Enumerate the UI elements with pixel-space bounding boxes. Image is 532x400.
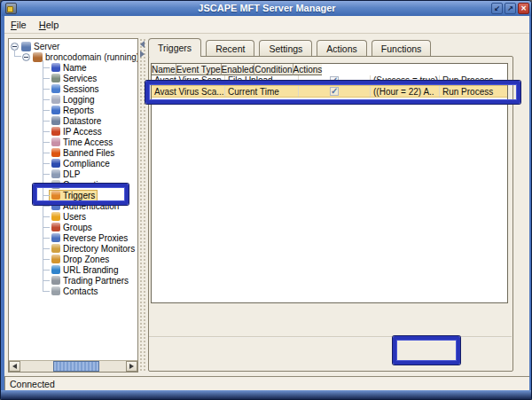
drop-zones-icon [51, 255, 60, 263]
tree-item[interactable]: URL Branding [9, 264, 137, 275]
tree-item[interactable]: Contacts [9, 286, 137, 296]
time-access-icon [51, 137, 60, 146]
tree-item[interactable]: Services [9, 73, 137, 83]
tree-item[interactable]: Sessions [9, 83, 137, 94]
cell-name: Avast Virus Scan [152, 75, 225, 85]
title-bar[interactable]: JSCAPE MFT Server Manager ↙↗✕ [2, 1, 532, 16]
tree-item[interactable]: Connections [9, 179, 137, 190]
tab[interactable]: Actions [317, 40, 366, 57]
directory-monitors-icon [51, 244, 60, 253]
tree-item[interactable]: IP Access [9, 126, 137, 137]
contacts-icon [51, 286, 60, 295]
tree-item[interactable]: Reverse Proxies [9, 232, 137, 243]
tree-item[interactable]: Banned Files [9, 147, 137, 158]
cell-event-type: Current Time [225, 86, 299, 97]
enabled-checkbox[interactable] [330, 87, 339, 96]
minimize-icon[interactable]: ↙ [491, 3, 503, 14]
tree-item[interactable]: Datastore [9, 115, 137, 126]
banned-files-icon [51, 148, 60, 157]
cell-name: Avast Virus Sca... [152, 86, 225, 97]
tree-item[interactable]: Reports [9, 105, 137, 115]
close-icon[interactable]: ✕ [518, 3, 529, 14]
tree-item[interactable]: Groups [9, 222, 137, 232]
column-header[interactable]: Name [152, 64, 176, 75]
tree-item[interactable]: Users [9, 211, 137, 222]
triggers-table: NameEvent TypeEnabledConditionActions Av… [151, 63, 508, 303]
tree-item[interactable]: Directory Monitors [9, 243, 137, 254]
cell-actions: Run Process [440, 86, 507, 97]
dlp-icon [51, 169, 60, 178]
cell-condition: ((Hour = 22) A.. [371, 86, 440, 97]
splitter-divider[interactable] [139, 38, 147, 373]
cell-event-type: File Upload [225, 75, 299, 85]
tree-item[interactable]: Drop Zones [9, 254, 137, 264]
cell-enabled [299, 86, 371, 97]
url-branding-icon [51, 265, 60, 274]
app-window: JSCAPE MFT Server Manager ↙↗✕ FileHelp S… [0, 0, 532, 400]
tree-connector-line [15, 56, 21, 57]
cell-condition: (Success = true) [371, 75, 440, 85]
window-title: JSCAPE MFT Server Manager [2, 3, 532, 13]
users-icon [51, 212, 60, 221]
collapse-handle-icon[interactable] [22, 53, 30, 61]
tree-item[interactable]: Triggers [9, 190, 137, 200]
server-tree-panel: Server broncodomain (running) NameServic… [8, 38, 138, 373]
server-icon [21, 42, 31, 51]
window-body: FileHelp Server broncodomain (running) N… [4, 16, 529, 392]
compliance-icon [51, 159, 60, 168]
table-row[interactable]: Avast Virus Scan File Upload (Success = … [152, 75, 507, 85]
column-header[interactable]: Condition [254, 64, 293, 75]
services-icon [51, 74, 60, 82]
tab[interactable]: Triggers [148, 38, 201, 57]
tree-item[interactable]: Trading Partners [9, 275, 137, 286]
table-row[interactable]: Avast Virus Sca... Current Time ((Hour =… [152, 85, 507, 98]
tab[interactable]: Functions [372, 40, 432, 57]
name-icon [51, 63, 60, 72]
sessions-icon [51, 84, 60, 93]
cell-enabled [299, 75, 371, 85]
menu-item[interactable]: File [11, 20, 27, 30]
scroll-left-icon[interactable] [9, 361, 20, 372]
status-text: Connected [10, 379, 55, 389]
tree-item[interactable]: Time Access [9, 137, 137, 147]
scroll-right-icon[interactable] [126, 361, 137, 372]
tree-node-server[interactable]: Server [11, 41, 59, 51]
reports-icon [51, 106, 60, 114]
table-header-row: NameEvent TypeEnabledConditionActions [152, 64, 507, 75]
scrollbar-thumb[interactable] [53, 361, 99, 372]
reverse-proxies-icon [51, 233, 60, 242]
enabled-checkbox[interactable] [330, 76, 339, 85]
tab[interactable]: Recent [206, 40, 254, 57]
tree-item[interactable]: Name [9, 62, 137, 73]
ip-access-icon [51, 127, 60, 136]
button-separator [149, 336, 512, 338]
tab[interactable]: Settings [259, 40, 312, 57]
tab-strip: TriggersRecentSettingsActionsFunctions [148, 38, 431, 57]
logging-icon [51, 95, 60, 104]
column-header[interactable]: Actions [293, 64, 323, 75]
splitter-collapse-right-icon[interactable] [140, 51, 145, 58]
connections-icon [51, 180, 60, 189]
tree-item[interactable]: DLP [9, 169, 137, 179]
tree-node-label: broncodomain (running) [45, 52, 138, 62]
column-header[interactable]: Enabled [222, 64, 255, 75]
window-controls: ↙↗✕ [491, 3, 529, 14]
menu-item[interactable]: Help [39, 20, 59, 30]
authentication-icon [51, 201, 60, 210]
column-header[interactable]: Event Type [176, 64, 222, 75]
tree-item[interactable]: Compliance [9, 158, 137, 169]
tree-item[interactable]: Authentication [9, 200, 137, 211]
cell-actions: Run Process [440, 75, 507, 85]
table-body: Avast Virus Scan File Upload (Success = … [152, 75, 507, 98]
maximize-icon[interactable]: ↗ [505, 3, 516, 14]
splitter-collapse-left-icon[interactable] [140, 41, 145, 48]
tree-node-domain[interactable]: broncodomain (running) [22, 51, 138, 62]
tree-item-list: NameServicesSessionsLoggingReportsDatast… [9, 62, 137, 296]
datastore-icon [51, 116, 60, 125]
triggers-icon [51, 191, 60, 200]
window-frame-bottom [1, 390, 532, 399]
tree-node-label: Server [34, 42, 59, 51]
groups-icon [51, 223, 60, 231]
tree-horizontal-scrollbar[interactable] [9, 360, 137, 372]
tree-item[interactable]: Logging [9, 94, 137, 105]
